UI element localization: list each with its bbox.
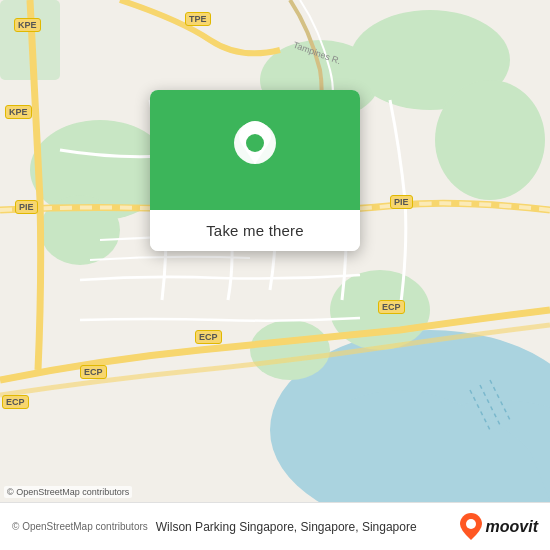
- road-label-kpe2: KPE: [5, 105, 32, 119]
- road-label-tpe: TPE: [185, 12, 211, 26]
- bottom-bar: © OpenStreetMap contributors Wilson Park…: [0, 502, 550, 550]
- road-label-pie1: PIE: [15, 200, 38, 214]
- road-label-pie2: PIE: [390, 195, 413, 209]
- bottom-attribution: © OpenStreetMap contributors: [12, 521, 148, 532]
- svg-point-15: [246, 134, 264, 152]
- moovit-brand-text: moovit: [486, 518, 538, 536]
- location-pin-icon: [233, 121, 277, 179]
- road-label-ecp3: ECP: [80, 365, 107, 379]
- road-label-ecp2: ECP: [378, 300, 405, 314]
- svg-point-16: [466, 519, 476, 529]
- road-label-ecp1: ECP: [195, 330, 222, 344]
- map-container: KPE KPE TPE PIE PIE ECP ECP ECP ECP Tamp…: [0, 0, 550, 550]
- moovit-pin-icon: [460, 513, 482, 541]
- osm-map-attribution: © OpenStreetMap contributors: [4, 486, 132, 498]
- svg-point-11: [250, 320, 330, 380]
- road-label-ecp4: ECP: [2, 395, 29, 409]
- location-info: Wilson Parking Singapore, Singapore, Sin…: [156, 520, 452, 534]
- popup-green-header: [150, 90, 360, 210]
- moovit-logo[interactable]: moovit: [460, 513, 538, 541]
- popup-card: Take me there: [150, 90, 360, 251]
- svg-point-9: [435, 80, 545, 200]
- road-label-kpe1: KPE: [14, 18, 41, 32]
- take-me-there-button[interactable]: Take me there: [150, 210, 360, 251]
- map-svg: [0, 0, 550, 550]
